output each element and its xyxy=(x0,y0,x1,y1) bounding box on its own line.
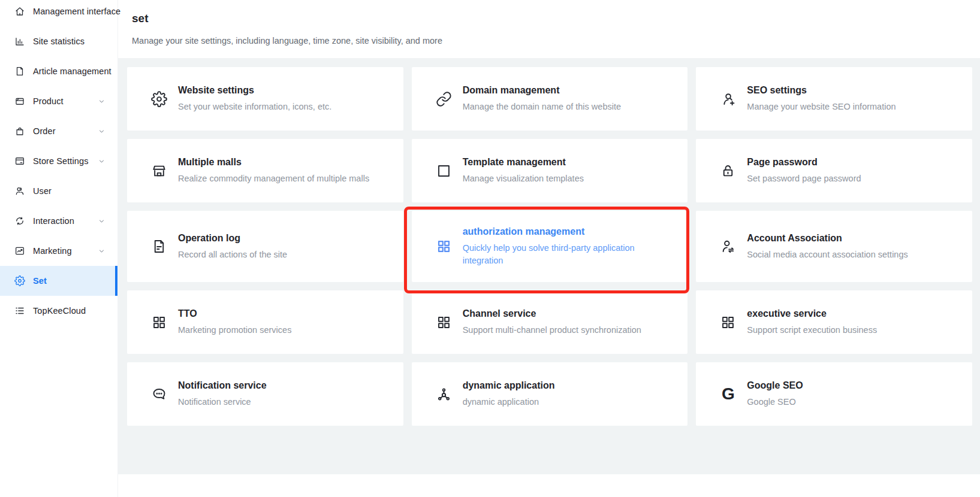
card-text: Website settingsSet your website informa… xyxy=(178,84,331,113)
gear-icon xyxy=(14,275,25,286)
link-icon xyxy=(436,91,452,107)
settings-grid: Website settingsSet your website informa… xyxy=(127,67,972,426)
sidebar-item-store-settings[interactable]: Store Settings xyxy=(0,146,117,176)
card-text: SEO settingsManage your website SEO info… xyxy=(747,84,895,113)
content-area: Website settingsSet your website informa… xyxy=(118,58,980,474)
card-text: Domain managementManage the domain name … xyxy=(463,84,621,113)
sidebar-item-label: TopKeeCloud xyxy=(33,306,105,316)
card-title: dynamic application xyxy=(463,380,555,392)
sidebar-item-set[interactable]: Set xyxy=(0,266,117,296)
card-account-association[interactable]: Account AssociationSocial media account … xyxy=(696,211,972,282)
square-icon xyxy=(436,163,452,179)
sidebar-item-label: Site statistics xyxy=(33,37,105,46)
seo-search-icon xyxy=(720,91,736,107)
card-domain-management[interactable]: Domain managementManage the domain name … xyxy=(412,67,688,131)
card-title: SEO settings xyxy=(747,84,895,96)
card-text: Notification serviceNotification service xyxy=(178,380,267,408)
card-text: executive serviceSupport script executio… xyxy=(747,308,877,337)
bar-chart-icon xyxy=(14,36,25,47)
card-text: authorization managementQuickly help you… xyxy=(463,226,670,267)
card-text: TTOMarketing promotion services xyxy=(178,308,291,337)
google-g-icon: G xyxy=(720,386,736,402)
card-google-seo[interactable]: GGoogle SEOGoogle SEO xyxy=(696,362,972,426)
sidebar-item-interaction[interactable]: Interaction xyxy=(0,206,117,236)
list-icon xyxy=(14,305,25,316)
page-subtitle: Manage your site settings, including lan… xyxy=(132,36,980,46)
chevron-down-icon xyxy=(98,247,105,255)
sidebar-item-label: Article management xyxy=(33,66,111,76)
article-icon xyxy=(14,66,25,77)
card-description: Manage the domain name of this website xyxy=(463,101,621,113)
card-text: Operation logRecord all actions of the s… xyxy=(178,232,287,261)
card-description: dynamic application xyxy=(463,396,555,408)
card-description: Notification service xyxy=(178,396,267,408)
card-notification-service[interactable]: Notification serviceNotification service xyxy=(127,362,403,426)
card-tto[interactable]: TTOMarketing promotion services xyxy=(127,290,403,354)
card-title: authorization management xyxy=(463,226,670,238)
card-text: Channel serviceSupport multi-channel pro… xyxy=(463,308,641,337)
order-bag-icon xyxy=(14,126,25,137)
card-template-management[interactable]: Template managementManage visualization … xyxy=(412,139,688,202)
card-description: Manage your website SEO information xyxy=(747,101,895,113)
document-icon xyxy=(151,238,167,254)
card-authorization-management[interactable]: authorization managementQuickly help you… xyxy=(412,211,688,282)
grid-icon xyxy=(436,238,452,254)
grid-icon xyxy=(436,314,452,331)
card-title: Template management xyxy=(463,156,584,168)
card-seo-settings[interactable]: SEO settingsManage your website SEO info… xyxy=(696,67,972,131)
sidebar-item-product[interactable]: Product xyxy=(0,86,117,116)
card-title: Page password xyxy=(747,156,861,168)
card-description: Support multi-channel product synchroniz… xyxy=(463,324,641,337)
card-website-settings[interactable]: Website settingsSet your website informa… xyxy=(127,67,403,131)
card-page-password[interactable]: Page passwordSet password page password xyxy=(696,139,972,202)
sidebar-item-article-management[interactable]: Article management xyxy=(0,56,117,86)
card-title: Domain management xyxy=(463,84,621,96)
card-title: executive service xyxy=(747,308,877,320)
card-description: Quickly help you solve third-party appli… xyxy=(463,242,670,267)
card-title: Notification service xyxy=(178,380,267,392)
chevron-down-icon xyxy=(98,217,105,225)
sync-icon xyxy=(14,216,25,226)
card-title: Multiple malls xyxy=(178,156,369,168)
sidebar-item-label: Interaction xyxy=(33,216,90,226)
card-description: Social media account association setting… xyxy=(747,249,907,261)
users-icon xyxy=(14,186,25,196)
sidebar: Management interfaceSite statisticsArtic… xyxy=(0,0,118,497)
card-description: Record all actions of the site xyxy=(178,249,287,261)
sidebar-item-topkeecloud[interactable]: TopKeeCloud xyxy=(0,296,117,326)
card-multiple-malls[interactable]: Multiple mallsRealize commodity manageme… xyxy=(127,139,403,202)
sidebar-item-label: User xyxy=(33,186,105,196)
sidebar-item-site-statistics[interactable]: Site statistics xyxy=(0,26,117,56)
card-title: Website settings xyxy=(178,84,331,96)
page-title: set xyxy=(132,12,980,26)
card-title: Google SEO xyxy=(747,380,803,392)
sidebar-item-management-interface[interactable]: Management interface xyxy=(0,0,117,26)
card-operation-log[interactable]: Operation logRecord all actions of the s… xyxy=(127,211,403,282)
card-title: TTO xyxy=(178,308,291,320)
card-text: dynamic applicationdynamic application xyxy=(463,380,555,408)
card-text: Account AssociationSocial media account … xyxy=(747,232,907,261)
sidebar-item-label: Order xyxy=(33,126,90,136)
sidebar-item-label: Management interface xyxy=(33,7,120,16)
card-dynamic-application[interactable]: dynamic applicationdynamic application xyxy=(412,362,688,426)
sidebar-item-marketing[interactable]: Marketing xyxy=(0,236,117,266)
card-description: Google SEO xyxy=(747,396,803,408)
storefront-icon xyxy=(151,163,167,179)
chevron-down-icon xyxy=(98,128,105,135)
sidebar-menu: Management interfaceSite statisticsArtic… xyxy=(0,0,117,326)
sidebar-item-label: Marketing xyxy=(33,246,90,256)
home-icon xyxy=(14,6,25,17)
card-title: Account Association xyxy=(747,232,907,244)
grid-icon xyxy=(720,314,736,331)
store-window-icon xyxy=(14,156,25,166)
card-title: Operation log xyxy=(178,232,287,244)
card-executive-service[interactable]: executive serviceSupport script executio… xyxy=(696,290,972,354)
sidebar-item-user[interactable]: User xyxy=(0,176,117,206)
sidebar-item-order[interactable]: Order xyxy=(0,116,117,146)
main-area: set Manage your site settings, including… xyxy=(118,0,980,497)
chat-bubble-icon xyxy=(151,386,167,402)
sidebar-item-label: Store Settings xyxy=(33,156,90,166)
card-text: Multiple mallsRealize commodity manageme… xyxy=(178,156,369,185)
chevron-down-icon xyxy=(98,98,105,105)
card-channel-service[interactable]: Channel serviceSupport multi-channel pro… xyxy=(412,290,688,354)
